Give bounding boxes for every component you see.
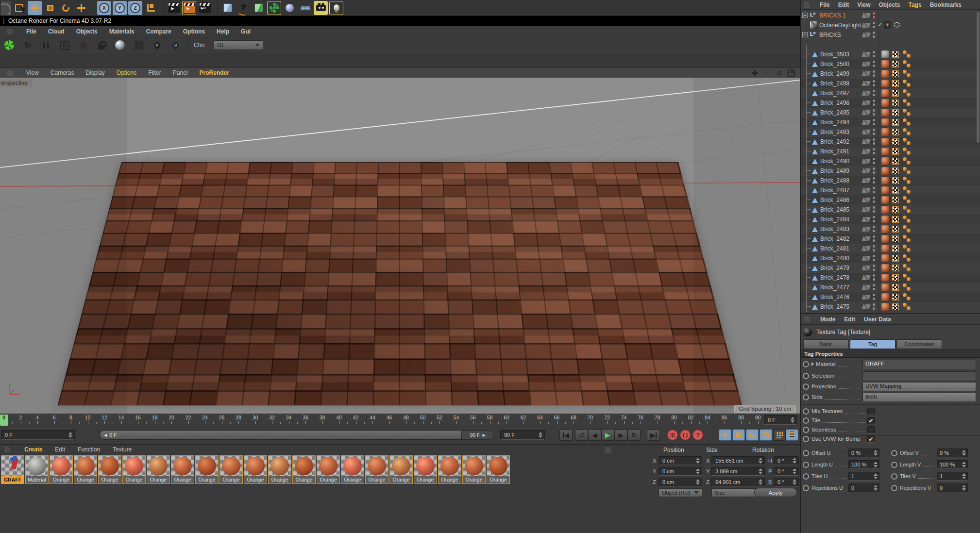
object-row-brick_2492[interactable]: Brick_2492 bbox=[801, 137, 980, 147]
menu-item-view[interactable]: View bbox=[26, 69, 39, 76]
material-orange-13[interactable]: Orange bbox=[317, 455, 340, 484]
primitive-cube-button[interactable] bbox=[220, 1, 235, 15]
visibility-toggle-icon[interactable] bbox=[862, 168, 870, 173]
stepper-icon[interactable] bbox=[756, 479, 762, 485]
tag-dot-icon[interactable] bbox=[907, 170, 911, 174]
material-orange-6[interactable]: Orange bbox=[147, 455, 170, 484]
uvw-tag-icon[interactable] bbox=[892, 284, 899, 291]
visibility-toggle-icon[interactable] bbox=[862, 62, 870, 67]
tab-basic[interactable]: Basic bbox=[803, 339, 849, 349]
material-graff-0[interactable]: GRAFF bbox=[1, 455, 24, 484]
texture-tag-thumb-icon[interactable] bbox=[881, 254, 889, 262]
tag-dot-icon[interactable] bbox=[907, 200, 911, 203]
stepper-icon[interactable] bbox=[790, 458, 796, 464]
texture-tag-thumb-icon[interactable] bbox=[881, 148, 889, 155]
visibility-toggle-icon[interactable] bbox=[862, 33, 870, 37]
menu-item-texture[interactable]: Texture bbox=[113, 446, 132, 453]
previous-frame-button[interactable]: ◀ bbox=[588, 429, 601, 441]
menu-item-filter[interactable]: Filter bbox=[148, 69, 161, 76]
uv-field-input[interactable]: 1 bbox=[937, 472, 968, 481]
uv-field-input[interactable]: 100 % bbox=[848, 460, 879, 469]
phong-tag-icon[interactable] bbox=[903, 206, 907, 210]
move-tool-button[interactable] bbox=[28, 1, 42, 15]
object-name[interactable]: Brick_2478 bbox=[820, 274, 849, 281]
stepper-icon[interactable] bbox=[871, 485, 878, 491]
phong-tag-icon[interactable] bbox=[903, 303, 907, 307]
key-scale-toggle[interactable] bbox=[732, 429, 745, 441]
key-position-toggle[interactable] bbox=[719, 429, 731, 441]
object-row-brick_2497[interactable]: Brick_2497 bbox=[801, 88, 980, 98]
pause-button[interactable] bbox=[40, 39, 52, 51]
object-row-octanedaylight[interactable]: OctaneDayLight ✓ ☀ bbox=[801, 20, 980, 30]
stepper-icon[interactable] bbox=[693, 468, 700, 474]
visibility-dots-icon[interactable] bbox=[873, 22, 875, 29]
axis-z-toggle[interactable]: Z bbox=[128, 1, 142, 15]
maximize-icon[interactable] bbox=[788, 69, 795, 77]
end-frame-field[interactable]: 90 F bbox=[500, 430, 545, 440]
uvw-tag-icon[interactable] bbox=[892, 167, 899, 174]
drag-handle-icon[interactable] bbox=[605, 447, 611, 453]
visibility-toggle-icon[interactable] bbox=[862, 217, 870, 222]
visibility-dots-icon[interactable] bbox=[873, 109, 875, 116]
tag-dot-icon[interactable] bbox=[907, 93, 911, 97]
tag-dot-icon[interactable] bbox=[907, 219, 911, 223]
tag-dot-icon[interactable] bbox=[907, 151, 911, 155]
uvw-tag-icon[interactable] bbox=[892, 265, 899, 271]
side-dropdown[interactable]: Both bbox=[862, 393, 976, 401]
keyframe-circle-icon[interactable] bbox=[891, 473, 897, 480]
tag-dot-icon[interactable] bbox=[907, 180, 911, 184]
phong-tag-icon[interactable] bbox=[903, 167, 907, 171]
visibility-dots-icon[interactable] bbox=[873, 216, 875, 223]
apply-button[interactable]: Apply bbox=[754, 488, 797, 497]
object-name[interactable]: Brick_2476 bbox=[820, 294, 849, 300]
keyframe-circle-icon[interactable] bbox=[803, 462, 809, 468]
uvw-tag-icon[interactable] bbox=[892, 90, 899, 97]
object-name[interactable]: Brick_2484 bbox=[820, 216, 849, 223]
phong-tag-icon[interactable] bbox=[903, 216, 907, 219]
menu-item-options[interactable]: Options bbox=[183, 28, 205, 35]
visibility-toggle-icon[interactable] bbox=[862, 285, 870, 290]
subdivision-surface-button[interactable] bbox=[252, 1, 266, 15]
visibility-dots-icon[interactable] bbox=[873, 245, 875, 252]
drag-handle-icon[interactable] bbox=[4, 447, 10, 452]
object-row-brick_2487[interactable]: Brick_2487 bbox=[801, 185, 980, 195]
visibility-toggle-icon[interactable] bbox=[862, 256, 870, 261]
visibility-dots-icon[interactable] bbox=[873, 274, 875, 281]
go-to-end-button[interactable]: ▶ bbox=[647, 429, 660, 441]
render-settings-button[interactable] bbox=[198, 1, 212, 15]
object-name[interactable]: Brick_2487 bbox=[820, 187, 849, 194]
coordinate-system-button[interactable] bbox=[144, 1, 158, 15]
channel-dropdown[interactable]: DL bbox=[214, 40, 263, 50]
phong-tag-icon[interactable] bbox=[903, 235, 907, 239]
material-orange-19[interactable]: Orange bbox=[462, 455, 486, 484]
object-row-brick_2498[interactable]: Brick_2498 bbox=[801, 79, 980, 88]
visibility-toggle-icon[interactable] bbox=[862, 149, 870, 154]
uvw-tag-icon[interactable] bbox=[892, 235, 899, 242]
phong-tag-icon[interactable] bbox=[903, 70, 907, 74]
viewport-camera-label[interactable]: erspective bbox=[0, 79, 33, 87]
stepper-icon[interactable] bbox=[871, 473, 878, 479]
texture-tag-thumb-icon[interactable] bbox=[881, 186, 889, 194]
stepper-icon[interactable] bbox=[960, 485, 966, 491]
material-orange-10[interactable]: Orange bbox=[244, 455, 267, 484]
sky-tag-icon[interactable] bbox=[894, 22, 900, 28]
uvw-tag-icon[interactable] bbox=[892, 187, 899, 194]
go-to-start-button[interactable]: ◀ bbox=[559, 429, 573, 441]
keyframe-circle-icon[interactable] bbox=[803, 427, 809, 433]
texture-tag-thumb-icon[interactable] bbox=[881, 264, 889, 272]
menu-item-view[interactable]: View bbox=[857, 1, 870, 8]
tag-dot-icon[interactable] bbox=[907, 141, 911, 145]
render-view-button[interactable] bbox=[167, 1, 181, 15]
object-row-brick_2475[interactable]: Brick_2475 bbox=[801, 302, 980, 312]
object-name[interactable]: BRICKS bbox=[819, 32, 841, 38]
keyframe-circle-icon[interactable] bbox=[803, 417, 809, 424]
phong-tag-icon[interactable] bbox=[903, 99, 907, 103]
phong-tag-icon[interactable] bbox=[903, 225, 907, 229]
menu-item-objects[interactable]: Objects bbox=[879, 1, 900, 8]
visibility-toggle-icon[interactable] bbox=[862, 246, 870, 251]
menu-item-edit[interactable]: Edit bbox=[55, 446, 65, 453]
uvw-tag-icon[interactable] bbox=[892, 61, 899, 67]
stepper-icon[interactable] bbox=[693, 458, 700, 464]
visibility-dots-icon[interactable] bbox=[873, 187, 875, 194]
material-orange-8[interactable]: Orange bbox=[195, 455, 219, 484]
